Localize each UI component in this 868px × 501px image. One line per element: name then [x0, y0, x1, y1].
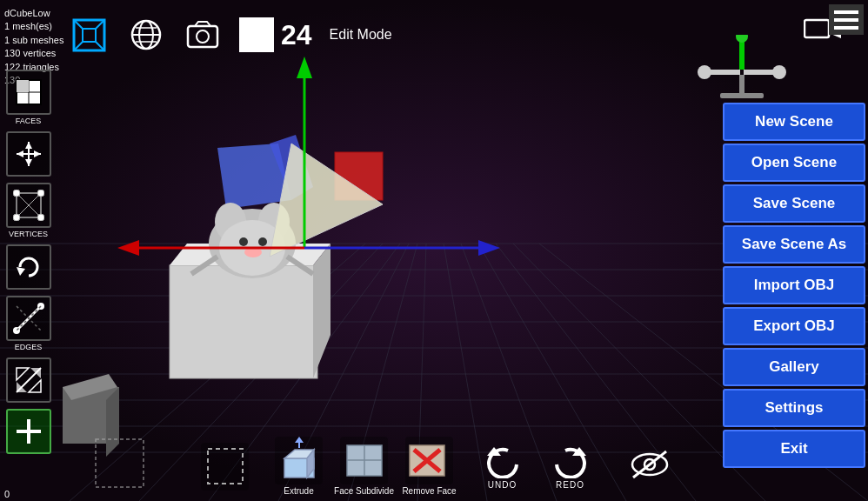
redo-button[interactable]: REDO: [550, 444, 591, 490]
hamburger-line-3: [834, 26, 858, 30]
faces-tool[interactable]: FACES: [3, 70, 54, 125]
svg-rect-25: [170, 265, 317, 378]
undo-button[interactable]: UNDO: [482, 444, 524, 490]
svg-rect-64: [805, 20, 829, 37]
scale-tool[interactable]: [3, 357, 54, 403]
svg-point-71: [772, 65, 786, 79]
svg-line-121: [633, 451, 666, 478]
face-subdivide-tool[interactable]: Face Subdivide: [334, 437, 395, 496]
svg-marker-63: [195, 22, 210, 26]
left-toolbar: FACES: [0, 70, 57, 454]
svg-point-88: [13, 190, 20, 197]
remove-face-icon: [405, 437, 453, 484]
svg-point-62: [197, 30, 209, 43]
remove-face-tool[interactable]: Remove Face: [399, 437, 460, 496]
svg-marker-101: [17, 368, 29, 380]
svg-rect-68: [707, 70, 740, 75]
svg-point-33: [239, 237, 248, 246]
svg-point-67: [736, 35, 748, 43]
hamburger-menu[interactable]: [829, 4, 864, 35]
open-scene-button[interactable]: Open Scene: [723, 144, 865, 182]
visibility-toggle[interactable]: [626, 447, 674, 485]
svg-point-89: [37, 190, 44, 197]
svg-marker-92: [17, 267, 25, 276]
extrude-label: Extrude: [284, 486, 313, 496]
svg-marker-45: [478, 240, 500, 256]
svg-rect-55: [83, 29, 96, 42]
right-menu: New Scene Open Scene Save Scene Save Sce…: [720, 100, 868, 471]
svg-line-100: [17, 368, 41, 392]
extrude-icon: [275, 437, 323, 484]
faces-label: FACES: [16, 117, 42, 125]
hamburger-line-2: [834, 18, 858, 22]
gallery-button[interactable]: Gallery: [723, 348, 865, 386]
edges-icon-box: [6, 296, 51, 341]
edit-mode-label: Edit Mode: [330, 27, 392, 43]
svg-rect-78: [17, 80, 29, 92]
svg-rect-105: [208, 449, 243, 484]
save-scene-as-button[interactable]: Save Scene As: [723, 225, 865, 264]
vertices-label: VERTICES: [9, 230, 48, 238]
hamburger-line-1: [834, 10, 858, 14]
settings-button[interactable]: Settings: [723, 389, 865, 427]
svg-point-69: [698, 65, 711, 79]
edges-tool[interactable]: EDGES: [3, 296, 54, 351]
frame-display: 24: [239, 17, 312, 52]
scale-icon-box: [6, 357, 51, 403]
svg-rect-70: [744, 70, 777, 75]
import-obj-button[interactable]: Import OBJ: [723, 266, 865, 304]
svg-point-91: [37, 214, 44, 221]
remove-face-label: Remove Face: [402, 486, 456, 496]
vertices-tool[interactable]: VERTICES: [3, 183, 54, 238]
export-obj-button[interactable]: Export OBJ: [723, 307, 865, 345]
move-tool[interactable]: [3, 131, 54, 177]
face-subdivide-label: Face Subdivide: [334, 486, 394, 496]
new-scene-button[interactable]: New Scene: [723, 103, 865, 141]
svg-point-34: [258, 237, 267, 246]
face-subdivide-icon: [340, 437, 388, 484]
svg-point-90: [13, 214, 20, 221]
undo-redo-area: UNDO REDO: [482, 444, 591, 490]
select-icon: [201, 443, 249, 491]
svg-rect-61: [188, 26, 217, 47]
move-icon-box: [6, 131, 51, 177]
coord-value: 0: [4, 489, 10, 499]
redo-label: REDO: [556, 480, 584, 490]
svg-rect-73: [720, 93, 764, 98]
undo-label: UNDO: [488, 480, 517, 490]
svg-marker-110: [295, 437, 304, 443]
screenshot-icon[interactable]: [183, 16, 222, 55]
globe-icon[interactable]: [126, 16, 165, 55]
coordinates-display: 0: [4, 489, 10, 499]
frame-number: 24: [281, 19, 312, 51]
svg-marker-43: [117, 240, 139, 256]
save-scene-button[interactable]: Save Scene: [723, 184, 865, 223]
frame-box: [239, 17, 274, 52]
orientation-gizmo: [694, 35, 790, 104]
svg-marker-102: [29, 380, 41, 392]
edges-label: EDGES: [15, 343, 43, 351]
select-tool[interactable]: [195, 443, 256, 491]
faces-icon-box: [6, 70, 51, 115]
rotate-icon-box: [6, 244, 51, 290]
exit-button[interactable]: Exit: [723, 430, 865, 468]
extrude-tool[interactable]: Extrude: [269, 437, 330, 496]
3d-box-icon[interactable]: [70, 16, 109, 55]
svg-marker-28: [313, 244, 331, 378]
vertices-icon-box: [6, 183, 51, 228]
rotate-tool[interactable]: [3, 244, 54, 290]
